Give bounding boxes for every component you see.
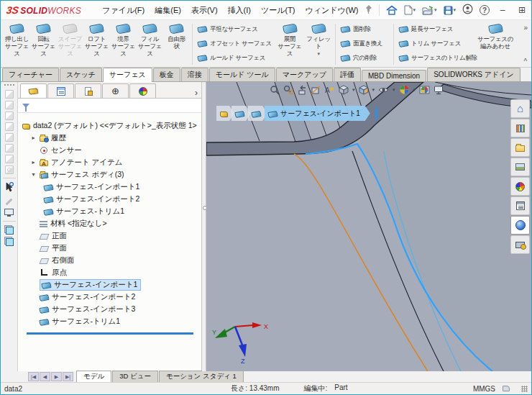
- tab-mbd-dimension[interactable]: MBD Dimension: [362, 70, 426, 81]
- revolved-surface-button[interactable]: 回転サーフェス: [30, 22, 57, 67]
- save-caret-icon[interactable]: ▾: [454, 7, 457, 13]
- new-document-caret-icon[interactable]: ▾: [413, 7, 416, 13]
- menu-window[interactable]: ウィンドウ(W): [301, 2, 364, 19]
- resize-grip[interactable]: [521, 386, 528, 392]
- first-tab-button[interactable]: |◀: [28, 372, 39, 381]
- body-tool-icon[interactable]: [5, 133, 14, 142]
- drag-handle-icon[interactable]: [4, 83, 15, 86]
- untrim-surface-button[interactable]: サーフェスのトリム解除: [399, 54, 475, 63]
- tab-evaluate[interactable]: 評価: [334, 68, 361, 81]
- annotation-views-button[interactable]: A: [324, 85, 335, 95]
- offset-surface-button[interactable]: オフセット サーフェス: [198, 40, 274, 48]
- breadcrumb-surface-feature[interactable]: [248, 106, 267, 121]
- display-style-button[interactable]: [339, 85, 349, 95]
- delete-hole-button[interactable]: 穴の削除: [341, 54, 390, 63]
- custom-properties-button[interactable]: [510, 196, 530, 215]
- appearances-button[interactable]: [510, 177, 530, 196]
- home-button[interactable]: [386, 5, 398, 15]
- freeform-button[interactable]: 自由形状: [163, 22, 190, 67]
- tab-configuration-manager[interactable]: [75, 83, 101, 98]
- tree-item-front-plane[interactable]: 正面: [18, 230, 201, 242]
- minimize-button[interactable]: –: [496, 5, 509, 15]
- tree-item-right-plane[interactable]: 右側面: [18, 254, 201, 266]
- knit-surface-button[interactable]: サーフェスの編みあわせ: [477, 22, 514, 67]
- save-button[interactable]: ▾: [444, 6, 457, 15]
- tree-item-surface-body[interactable]: サーフェス-インポート2: [18, 193, 201, 205]
- tab-markup[interactable]: マークアップ: [276, 68, 333, 81]
- breadcrumb-surface-body[interactable]: [231, 106, 251, 121]
- tree-item-top-plane[interactable]: 平面: [18, 242, 201, 254]
- tab-motion-study[interactable]: モーション スタディ 1: [159, 371, 244, 382]
- tab-property-manager[interactable]: [47, 83, 74, 98]
- zoom-to-fit-button[interactable]: [270, 85, 280, 95]
- properties-tag-icon[interactable]: [503, 386, 510, 391]
- section-view-button[interactable]: [311, 85, 321, 95]
- tree-item-surface-body[interactable]: サーフェス-トリム1: [18, 205, 201, 217]
- menu-edit[interactable]: 編集(E): [150, 2, 186, 19]
- body-tool-icon[interactable]: [5, 101, 14, 109]
- tree-item-surface-bodies[interactable]: ▾サーフェス ボディ(3): [18, 168, 201, 181]
- previous-tab-button[interactable]: ◀: [40, 372, 50, 381]
- fillet-caret-icon[interactable]: ▾: [317, 51, 319, 57]
- planar-surface-button[interactable]: 平坦なサーフェス: [198, 25, 274, 34]
- trim-surface-button[interactable]: トリム サーフェス: [399, 40, 475, 48]
- tree-item-surface-body[interactable]: サーフェス-インポート1: [18, 181, 201, 193]
- user-account-button[interactable]: [462, 4, 473, 17]
- settings-button[interactable]: [510, 235, 530, 254]
- tree-item-root[interactable]: data2 (デフォルト) <<デフォルト>_表示状態 1>: [18, 119, 201, 132]
- body-tool-icon[interactable]: [5, 90, 14, 99]
- tree-item-material[interactable]: 材料 <指定なし>: [18, 217, 201, 230]
- restore-button[interactable]: ⊞: [515, 5, 528, 15]
- resources-button[interactable]: [510, 99, 530, 118]
- expand-arrow-icon[interactable]: ▸: [30, 159, 37, 165]
- tree-filter-bar[interactable]: [18, 99, 201, 113]
- tree-item-surface-import-1[interactable]: サーフェス-インポート1: [18, 278, 201, 291]
- display-tool-icon[interactable]: [4, 209, 14, 215]
- fillet-button[interactable]: フィレット▾: [304, 22, 333, 67]
- tree-item-surface-import-3[interactable]: サーフェス-インポート3: [18, 303, 201, 315]
- view-orientation-caret-icon[interactable]: ▾: [372, 87, 375, 93]
- tree-item-origin[interactable]: 原点: [18, 266, 201, 278]
- open-document-caret-icon[interactable]: ▾: [434, 7, 437, 13]
- menu-view[interactable]: 表示(V): [186, 2, 223, 19]
- filled-surface-button[interactable]: フィルサーフェス: [137, 22, 163, 67]
- help-button[interactable]: ?: [480, 5, 490, 15]
- apply-scene-button[interactable]: [419, 84, 430, 95]
- hide-show-caret-icon[interactable]: ▾: [393, 87, 395, 93]
- menu-insert[interactable]: 挿入(I): [223, 2, 256, 19]
- view-palette-button[interactable]: [510, 158, 530, 176]
- graphics-area[interactable]: X Y Z A ▾ ▾: [206, 82, 531, 371]
- ribbon-more-button[interactable]: »: [523, 24, 528, 32]
- tab-sketch[interactable]: スケッチ: [60, 68, 102, 81]
- tab-dimxpert-manager[interactable]: [102, 83, 129, 98]
- tab-surfaces[interactable]: サーフェス: [103, 68, 152, 82]
- compare-bodies-icon[interactable]: [4, 225, 14, 235]
- edit-tool-icon[interactable]: [6, 199, 13, 206]
- file-explorer-button[interactable]: [510, 138, 530, 157]
- tab-features[interactable]: フィーチャー: [2, 68, 59, 81]
- new-document-button[interactable]: ▾: [404, 5, 416, 15]
- tab-addins[interactable]: SOLIDWORKS アドイン: [427, 68, 520, 81]
- sphere-tool-icon[interactable]: [5, 165, 14, 174]
- edit-appearance-caret-icon[interactable]: ▾: [413, 87, 416, 93]
- body-tool-icon[interactable]: [5, 155, 14, 163]
- design-library-button[interactable]: [510, 119, 530, 137]
- replace-face-button[interactable]: 面置き換え: [341, 40, 390, 48]
- ruled-surface-button[interactable]: ルールド サーフェス: [198, 54, 274, 63]
- zoom-to-area-button[interactable]: [283, 85, 293, 95]
- view-orientation-button[interactable]: [359, 85, 369, 95]
- select-tool-icon[interactable]: [4, 182, 14, 195]
- tab-sheet-metal[interactable]: 板金: [153, 68, 180, 81]
- last-tab-button[interactable]: ▶|: [63, 372, 73, 381]
- unit-system[interactable]: MMGS: [473, 385, 495, 393]
- ribbon-collapse-button[interactable]: ^: [523, 58, 528, 65]
- panel-expand-chevron-icon[interactable]: ›: [195, 88, 199, 98]
- selected-tree-item[interactable]: サーフェス-インポート1: [40, 279, 141, 291]
- open-document-button[interactable]: ▾: [422, 6, 437, 15]
- body-tool-icon[interactable]: [5, 122, 14, 131]
- menu-tools[interactable]: ツール(T): [256, 2, 301, 19]
- extend-surface-button[interactable]: 延長サーフェス: [399, 25, 475, 34]
- tree-item-annotations[interactable]: ▸アノテート アイテム: [18, 156, 201, 168]
- compare-bodies-icon[interactable]: [4, 237, 14, 246]
- delete-face-button[interactable]: 面削除: [341, 25, 390, 34]
